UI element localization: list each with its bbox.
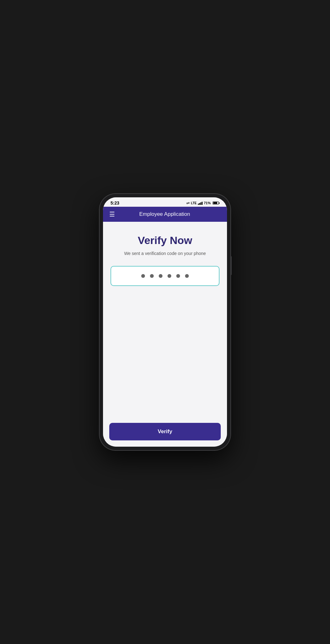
otp-dot-1 bbox=[141, 274, 145, 278]
otp-dot-3 bbox=[159, 274, 162, 278]
signal-icon bbox=[198, 201, 203, 205]
side-button bbox=[231, 256, 232, 275]
otp-dot-6 bbox=[185, 274, 189, 278]
bottom-bar: Verify bbox=[103, 419, 227, 447]
status-time: 5:23 bbox=[111, 200, 119, 205]
verify-button[interactable]: Verify bbox=[109, 423, 221, 440]
header-title: Employee Application bbox=[119, 211, 211, 217]
verify-subtitle: We sent a verification code on your phon… bbox=[124, 251, 206, 256]
hamburger-icon[interactable]: ☰ bbox=[109, 211, 115, 217]
otp-dot-4 bbox=[168, 274, 171, 278]
phone-screen: 5:23 ⇌ LTE 71% bbox=[103, 197, 227, 447]
battery-percent: 71% bbox=[204, 201, 211, 205]
wifi-icon: ⇌ bbox=[186, 201, 190, 205]
app-header: ☰ Employee Application bbox=[103, 207, 227, 222]
lte-icon: LTE bbox=[191, 201, 197, 205]
otp-dot-5 bbox=[176, 274, 180, 278]
otp-input-container[interactable] bbox=[111, 266, 219, 286]
battery-icon bbox=[212, 201, 219, 205]
status-icons: ⇌ LTE 71% bbox=[186, 201, 219, 205]
status-bar: 5:23 ⇌ LTE 71% bbox=[103, 197, 227, 207]
main-content: Verify Now We sent a verification code o… bbox=[103, 222, 227, 419]
otp-dot-2 bbox=[150, 274, 154, 278]
verify-title: Verify Now bbox=[138, 234, 192, 247]
phone-frame: 5:23 ⇌ LTE 71% bbox=[99, 194, 231, 450]
